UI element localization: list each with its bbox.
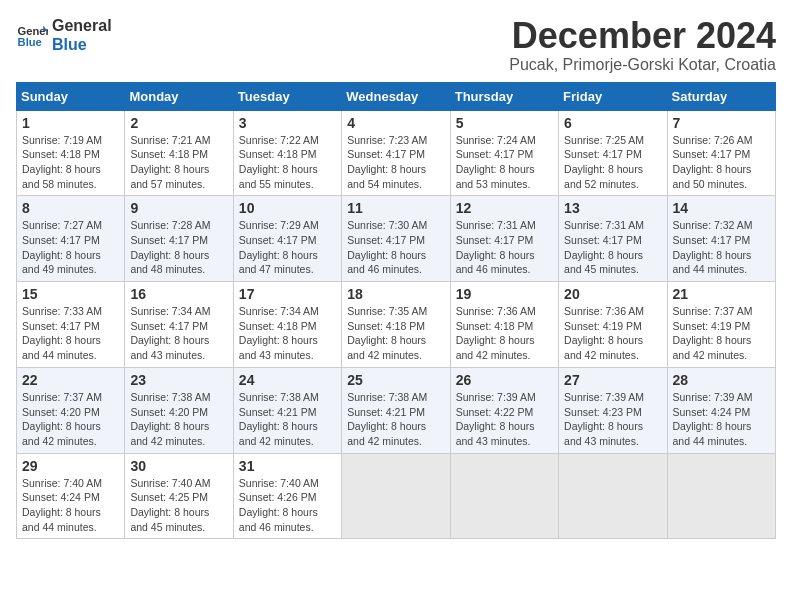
calendar-cell: 4Sunrise: 7:23 AMSunset: 4:17 PMDaylight… [342, 110, 450, 196]
logo-general: General [52, 16, 112, 35]
calendar-cell [450, 453, 558, 539]
day-number: 10 [239, 200, 336, 216]
day-number: 29 [22, 458, 119, 474]
day-number: 25 [347, 372, 444, 388]
calendar-cell: 28Sunrise: 7:39 AMSunset: 4:24 PMDayligh… [667, 367, 775, 453]
day-info: Sunrise: 7:26 AMSunset: 4:17 PMDaylight:… [673, 133, 770, 192]
weekday-header-thursday: Thursday [450, 82, 558, 110]
calendar-cell: 27Sunrise: 7:39 AMSunset: 4:23 PMDayligh… [559, 367, 667, 453]
day-info: Sunrise: 7:39 AMSunset: 4:24 PMDaylight:… [673, 390, 770, 449]
calendar-cell: 26Sunrise: 7:39 AMSunset: 4:22 PMDayligh… [450, 367, 558, 453]
day-info: Sunrise: 7:32 AMSunset: 4:17 PMDaylight:… [673, 218, 770, 277]
day-number: 11 [347, 200, 444, 216]
calendar-cell: 8Sunrise: 7:27 AMSunset: 4:17 PMDaylight… [17, 196, 125, 282]
day-info: Sunrise: 7:35 AMSunset: 4:18 PMDaylight:… [347, 304, 444, 363]
day-info: Sunrise: 7:37 AMSunset: 4:20 PMDaylight:… [22, 390, 119, 449]
title-area: December 2024 Pucak, Primorje-Gorski Kot… [509, 16, 776, 74]
location-label: Pucak, Primorje-Gorski Kotar, Croatia [509, 56, 776, 74]
calendar-cell: 12Sunrise: 7:31 AMSunset: 4:17 PMDayligh… [450, 196, 558, 282]
calendar-cell: 7Sunrise: 7:26 AMSunset: 4:17 PMDaylight… [667, 110, 775, 196]
day-info: Sunrise: 7:29 AMSunset: 4:17 PMDaylight:… [239, 218, 336, 277]
day-info: Sunrise: 7:25 AMSunset: 4:17 PMDaylight:… [564, 133, 661, 192]
calendar-cell: 13Sunrise: 7:31 AMSunset: 4:17 PMDayligh… [559, 196, 667, 282]
page-header: General Blue General Blue December 2024 … [16, 16, 776, 74]
day-info: Sunrise: 7:38 AMSunset: 4:20 PMDaylight:… [130, 390, 227, 449]
calendar-cell: 24Sunrise: 7:38 AMSunset: 4:21 PMDayligh… [233, 367, 341, 453]
svg-text:Blue: Blue [18, 36, 42, 48]
calendar-cell: 31Sunrise: 7:40 AMSunset: 4:26 PMDayligh… [233, 453, 341, 539]
day-number: 23 [130, 372, 227, 388]
day-number: 1 [22, 115, 119, 131]
day-number: 9 [130, 200, 227, 216]
weekday-header-monday: Monday [125, 82, 233, 110]
day-info: Sunrise: 7:24 AMSunset: 4:17 PMDaylight:… [456, 133, 553, 192]
calendar-week-row: 22Sunrise: 7:37 AMSunset: 4:20 PMDayligh… [17, 367, 776, 453]
calendar-cell: 29Sunrise: 7:40 AMSunset: 4:24 PMDayligh… [17, 453, 125, 539]
day-info: Sunrise: 7:39 AMSunset: 4:23 PMDaylight:… [564, 390, 661, 449]
day-number: 5 [456, 115, 553, 131]
day-number: 8 [22, 200, 119, 216]
day-number: 31 [239, 458, 336, 474]
day-info: Sunrise: 7:40 AMSunset: 4:24 PMDaylight:… [22, 476, 119, 535]
calendar-cell: 10Sunrise: 7:29 AMSunset: 4:17 PMDayligh… [233, 196, 341, 282]
calendar-cell [342, 453, 450, 539]
day-number: 15 [22, 286, 119, 302]
calendar-cell: 16Sunrise: 7:34 AMSunset: 4:17 PMDayligh… [125, 282, 233, 368]
day-info: Sunrise: 7:36 AMSunset: 4:18 PMDaylight:… [456, 304, 553, 363]
day-number: 27 [564, 372, 661, 388]
day-number: 16 [130, 286, 227, 302]
calendar-week-row: 8Sunrise: 7:27 AMSunset: 4:17 PMDaylight… [17, 196, 776, 282]
day-number: 7 [673, 115, 770, 131]
calendar-week-row: 1Sunrise: 7:19 AMSunset: 4:18 PMDaylight… [17, 110, 776, 196]
day-info: Sunrise: 7:27 AMSunset: 4:17 PMDaylight:… [22, 218, 119, 277]
day-number: 30 [130, 458, 227, 474]
calendar-cell: 25Sunrise: 7:38 AMSunset: 4:21 PMDayligh… [342, 367, 450, 453]
day-info: Sunrise: 7:40 AMSunset: 4:25 PMDaylight:… [130, 476, 227, 535]
weekday-header-tuesday: Tuesday [233, 82, 341, 110]
day-number: 22 [22, 372, 119, 388]
day-info: Sunrise: 7:38 AMSunset: 4:21 PMDaylight:… [239, 390, 336, 449]
calendar-cell: 6Sunrise: 7:25 AMSunset: 4:17 PMDaylight… [559, 110, 667, 196]
calendar-cell: 23Sunrise: 7:38 AMSunset: 4:20 PMDayligh… [125, 367, 233, 453]
day-info: Sunrise: 7:38 AMSunset: 4:21 PMDaylight:… [347, 390, 444, 449]
day-number: 24 [239, 372, 336, 388]
day-number: 13 [564, 200, 661, 216]
day-info: Sunrise: 7:23 AMSunset: 4:17 PMDaylight:… [347, 133, 444, 192]
logo-blue: Blue [52, 35, 112, 54]
day-info: Sunrise: 7:31 AMSunset: 4:17 PMDaylight:… [564, 218, 661, 277]
calendar-week-row: 29Sunrise: 7:40 AMSunset: 4:24 PMDayligh… [17, 453, 776, 539]
calendar-table: SundayMondayTuesdayWednesdayThursdayFrid… [16, 82, 776, 540]
calendar-week-row: 15Sunrise: 7:33 AMSunset: 4:17 PMDayligh… [17, 282, 776, 368]
calendar-cell: 1Sunrise: 7:19 AMSunset: 4:18 PMDaylight… [17, 110, 125, 196]
calendar-cell: 3Sunrise: 7:22 AMSunset: 4:18 PMDaylight… [233, 110, 341, 196]
day-number: 18 [347, 286, 444, 302]
logo-icon: General Blue [16, 19, 48, 51]
day-info: Sunrise: 7:36 AMSunset: 4:19 PMDaylight:… [564, 304, 661, 363]
day-info: Sunrise: 7:34 AMSunset: 4:17 PMDaylight:… [130, 304, 227, 363]
calendar-cell: 2Sunrise: 7:21 AMSunset: 4:18 PMDaylight… [125, 110, 233, 196]
calendar-cell: 30Sunrise: 7:40 AMSunset: 4:25 PMDayligh… [125, 453, 233, 539]
day-number: 28 [673, 372, 770, 388]
calendar-cell: 5Sunrise: 7:24 AMSunset: 4:17 PMDaylight… [450, 110, 558, 196]
day-number: 6 [564, 115, 661, 131]
calendar-cell: 22Sunrise: 7:37 AMSunset: 4:20 PMDayligh… [17, 367, 125, 453]
day-number: 26 [456, 372, 553, 388]
calendar-cell [667, 453, 775, 539]
day-info: Sunrise: 7:39 AMSunset: 4:22 PMDaylight:… [456, 390, 553, 449]
day-info: Sunrise: 7:21 AMSunset: 4:18 PMDaylight:… [130, 133, 227, 192]
logo: General Blue General Blue [16, 16, 112, 54]
calendar-cell: 15Sunrise: 7:33 AMSunset: 4:17 PMDayligh… [17, 282, 125, 368]
calendar-cell: 17Sunrise: 7:34 AMSunset: 4:18 PMDayligh… [233, 282, 341, 368]
day-info: Sunrise: 7:37 AMSunset: 4:19 PMDaylight:… [673, 304, 770, 363]
day-number: 12 [456, 200, 553, 216]
day-info: Sunrise: 7:22 AMSunset: 4:18 PMDaylight:… [239, 133, 336, 192]
day-number: 17 [239, 286, 336, 302]
day-number: 19 [456, 286, 553, 302]
weekday-header-sunday: Sunday [17, 82, 125, 110]
calendar-cell: 11Sunrise: 7:30 AMSunset: 4:17 PMDayligh… [342, 196, 450, 282]
calendar-cell [559, 453, 667, 539]
calendar-cell: 20Sunrise: 7:36 AMSunset: 4:19 PMDayligh… [559, 282, 667, 368]
day-info: Sunrise: 7:33 AMSunset: 4:17 PMDaylight:… [22, 304, 119, 363]
day-number: 21 [673, 286, 770, 302]
day-number: 4 [347, 115, 444, 131]
